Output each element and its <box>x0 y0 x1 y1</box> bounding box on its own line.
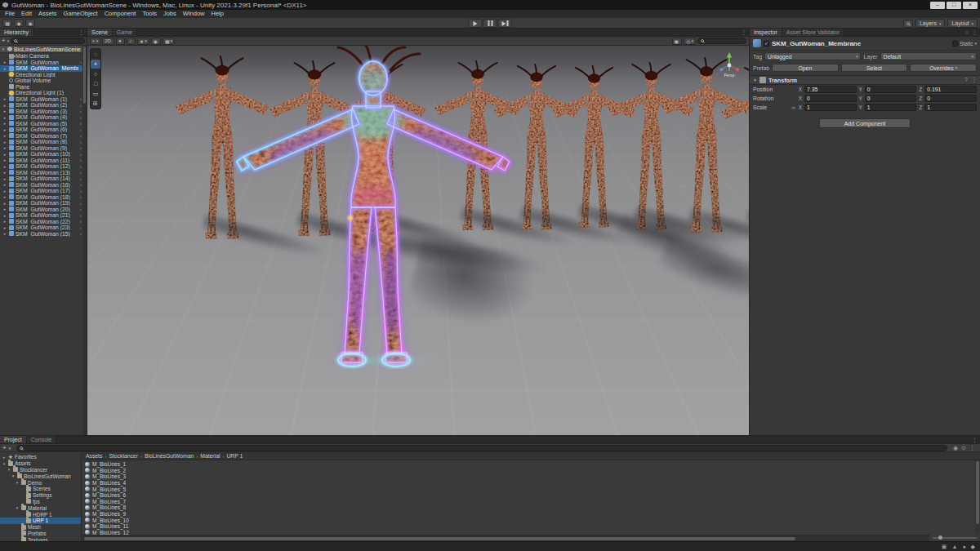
project-toolbar-icon[interactable]: ⊙ <box>961 445 966 451</box>
tool-button[interactable]: ○ <box>91 69 100 78</box>
asset-row[interactable]: M_BioLines_7 <box>82 499 975 505</box>
asset-list-hscrollbar[interactable] <box>82 535 929 541</box>
chevron-down-icon[interactable]: ▾ <box>9 446 11 451</box>
expander-icon[interactable]: ▾ <box>2 461 7 466</box>
tab-console[interactable]: Console <box>27 436 57 443</box>
breadcrumb-item[interactable]: Material <box>200 453 220 459</box>
expander-icon[interactable]: ▸ <box>2 96 7 101</box>
transform-component-header[interactable]: ▼ Transform ? ⋮ <box>750 75 980 85</box>
hierarchy-row[interactable]: ▸ SKM_GutWoman (21) › <box>0 212 82 219</box>
hierarchy-row[interactable]: ▸ SKM_GutWoman (11) › <box>0 158 82 164</box>
asset-row[interactable]: M_BioLines_6 <box>82 492 975 499</box>
help-icon[interactable]: ? <box>964 77 968 83</box>
panel-menu-icon[interactable]: ⋮ <box>972 437 978 443</box>
expander-icon[interactable]: ▾ <box>15 480 20 485</box>
breadcrumb-item[interactable]: Assets <box>86 453 102 459</box>
scene-toolbar-button[interactable]: ♪ <box>127 38 136 45</box>
hierarchy-row[interactable]: ▸ SKM_GutWoman (6) › <box>0 127 82 133</box>
status-icon[interactable]: ▣ <box>942 544 947 550</box>
expander-icon[interactable]: ▾ <box>11 473 16 478</box>
expander-icon[interactable]: ▸ <box>2 201 7 206</box>
menu-item[interactable]: Jobs <box>160 10 180 18</box>
expander-icon[interactable]: ▸ <box>2 164 7 169</box>
tool-button[interactable]: ▭ <box>91 89 100 98</box>
expander-icon[interactable]: ▸ <box>2 225 7 230</box>
tab-game[interactable]: Game <box>113 29 137 36</box>
tab-hierarchy[interactable]: Hierarchy <box>0 29 33 36</box>
expander-icon[interactable]: ▸ <box>2 140 7 144</box>
tool-button[interactable]: ⊞ <box>91 99 100 108</box>
tab-asset-store-validator[interactable]: Asset Store Validator <box>782 29 844 36</box>
minimize-button[interactable]: – <box>930 2 945 9</box>
y-field[interactable]: 1 <box>865 104 917 111</box>
search-button[interactable] <box>903 20 913 28</box>
asset-row[interactable]: M_BioLines_4 <box>82 480 975 487</box>
asset-row[interactable]: M_BioLines_11 <box>82 523 975 530</box>
hierarchy-row[interactable]: ▸ SKM_GutWoman (23) › <box>0 224 82 231</box>
pause-button[interactable] <box>483 19 497 28</box>
menu-item[interactable]: Tools <box>139 10 160 18</box>
asset-list-scrollbar[interactable] <box>975 460 980 535</box>
chevron-down-icon[interactable]: ▾ <box>7 38 10 43</box>
tree-row[interactable]: Prefabs <box>0 531 81 537</box>
hierarchy-row[interactable]: ▸ SKM_GutWoman (8) › <box>0 139 82 145</box>
tree-row[interactable]: ▸ Favorites <box>0 454 81 460</box>
close-button[interactable]: × <box>963 2 978 9</box>
create-asset-button[interactable]: + <box>2 445 7 451</box>
hierarchy-row[interactable]: ▸ SKM_GutWoman (19) › <box>0 200 82 207</box>
gizmo-perspective-label[interactable]: Persp <box>724 73 734 78</box>
project-toolbar-icon[interactable]: ◉ <box>953 445 958 451</box>
component-menu-icon[interactable]: ⋮ <box>971 77 977 83</box>
project-search[interactable] <box>16 445 947 451</box>
hierarchy-row[interactable]: ▸ SKM_GutWoman (16) › <box>0 182 82 189</box>
tree-row[interactable]: ▾ Demo <box>0 479 81 486</box>
add-component-button[interactable]: Add Component <box>819 118 911 128</box>
hierarchy-row[interactable]: ▸ SKM_GutWoman (2) › <box>0 102 82 109</box>
asset-zoom-slider[interactable] <box>933 535 977 540</box>
x-field[interactable]: 0 <box>804 95 857 102</box>
breadcrumb-item[interactable]: BioLinesGutWoman <box>145 453 194 459</box>
hierarchy-row[interactable]: Directional Light (1) <box>0 90 82 96</box>
expander-icon[interactable]: ▾ <box>7 467 11 472</box>
maximize-button[interactable]: □ <box>947 2 961 9</box>
z-field[interactable]: 0 <box>924 95 977 102</box>
scene-search[interactable] <box>697 38 746 44</box>
y-field[interactable]: 0 <box>865 95 917 102</box>
hierarchy-row[interactable]: ▸ SKM_GutWoman (13) › <box>0 170 82 176</box>
asset-row[interactable]: M_BioLines_5 <box>82 486 975 492</box>
menu-item[interactable]: File <box>2 10 18 18</box>
hierarchy-row[interactable]: ▸ SKM_GutWoman (14) › <box>0 176 82 182</box>
expander-icon[interactable]: ▸ <box>2 170 7 175</box>
expander-icon[interactable]: ▸ <box>2 194 7 199</box>
scene-search-input[interactable] <box>706 38 743 44</box>
hierarchy-row[interactable]: Plane <box>0 84 82 91</box>
tree-row[interactable]: URP 1 <box>0 518 81 524</box>
chevron-down-icon[interactable]: ▾ <box>974 41 977 46</box>
expander-icon[interactable]: ▸ <box>2 121 7 126</box>
prefab-overrides-button[interactable]: Overrides▾ <box>910 64 977 72</box>
scene-toolbar-button[interactable]: 2D <box>102 38 114 45</box>
tab-scene[interactable]: Scene <box>87 29 113 36</box>
play-button[interactable] <box>469 19 483 28</box>
tool-button[interactable]: ◌ <box>91 50 100 59</box>
tree-row[interactable]: ▾ BioLinesGutWoman <box>0 473 81 479</box>
hierarchy-row[interactable]: ▸ SKM_GutWoman (12) › <box>0 163 82 170</box>
gizmos-toolbar-button[interactable]: ◎▾ <box>684 38 696 45</box>
hierarchy-row[interactable]: Global Volume <box>0 78 82 84</box>
hierarchy-row[interactable]: ▸ SKM_GutWoman (9) › <box>0 145 82 152</box>
orientation-gizmo[interactable]: Persp <box>718 50 741 78</box>
menu-item[interactable]: Window <box>180 10 208 18</box>
hierarchy-row[interactable]: ▸ SKM_GutWoman (3) › <box>0 109 82 115</box>
expander-icon[interactable]: ▸ <box>2 103 7 108</box>
scene-toolbar-button[interactable]: ◉ <box>151 38 161 45</box>
panel-menu-icon[interactable]: ⋮ <box>741 29 746 36</box>
hierarchy-row[interactable]: ▸ SKM_GutWoman (15) › <box>0 231 82 238</box>
scene-toolbar-button[interactable]: ▦▾ <box>163 38 175 45</box>
create-object-button[interactable]: + <box>2 38 6 44</box>
status-icon[interactable]: ◆ <box>971 544 975 550</box>
expander-icon[interactable]: ▸ <box>2 207 7 211</box>
menu-item[interactable]: Help <box>207 10 226 18</box>
breadcrumb-item[interactable]: Stocklancer <box>109 453 138 459</box>
asset-row[interactable]: M_BioLines_10 <box>82 517 975 523</box>
hierarchy-row[interactable]: ▸ SKM_GutWoman (18) › <box>0 194 82 201</box>
